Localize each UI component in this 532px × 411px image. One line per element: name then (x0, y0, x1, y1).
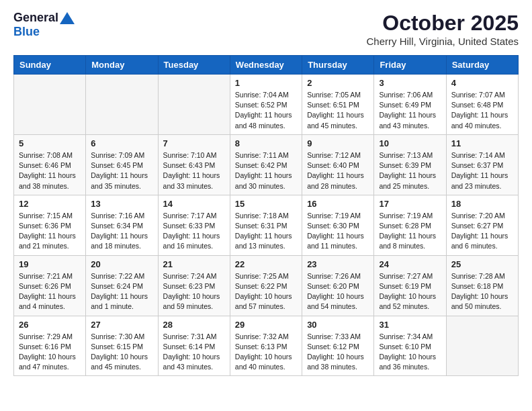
day-number: 4 (451, 78, 513, 88)
day-number: 26 (19, 320, 81, 330)
day-number: 22 (235, 259, 297, 269)
calendar-table: SundayMondayTuesdayWednesdayThursdayFrid… (13, 55, 519, 376)
day-header-saturday: Saturday (446, 56, 518, 75)
day-info: Sunrise: 7:30 AMSunset: 6:15 PMDaylight:… (91, 332, 152, 373)
month-title: October 2025 (367, 11, 519, 36)
day-number: 14 (163, 199, 225, 209)
logo-icon (60, 12, 75, 24)
calendar-cell: 8Sunrise: 7:11 AMSunset: 6:42 PMDaylight… (230, 134, 302, 195)
day-info: Sunrise: 7:28 AMSunset: 6:18 PMDaylight:… (451, 271, 513, 312)
calendar-cell: 23Sunrise: 7:26 AMSunset: 6:20 PMDayligh… (302, 255, 374, 316)
calendar-cell (14, 75, 86, 135)
calendar-cell: 31Sunrise: 7:34 AMSunset: 6:10 PMDayligh… (374, 316, 446, 376)
calendar-week-row: 26Sunrise: 7:29 AMSunset: 6:16 PMDayligh… (14, 316, 519, 376)
day-info: Sunrise: 7:29 AMSunset: 6:16 PMDaylight:… (19, 332, 81, 373)
day-number: 8 (235, 138, 297, 148)
calendar-week-row: 1Sunrise: 7:04 AMSunset: 6:52 PMDaylight… (14, 75, 519, 135)
day-info: Sunrise: 7:27 AMSunset: 6:19 PMDaylight:… (379, 271, 441, 312)
calendar-cell (446, 316, 518, 376)
calendar-cell: 17Sunrise: 7:19 AMSunset: 6:28 PMDayligh… (374, 195, 446, 255)
day-info: Sunrise: 7:12 AMSunset: 6:40 PMDaylight:… (307, 150, 369, 191)
day-number: 15 (235, 199, 297, 209)
day-info: Sunrise: 7:13 AMSunset: 6:39 PMDaylight:… (379, 150, 441, 191)
calendar-cell: 14Sunrise: 7:17 AMSunset: 6:33 PMDayligh… (158, 195, 230, 255)
day-number: 7 (163, 138, 225, 148)
day-header-friday: Friday (374, 56, 446, 75)
calendar-cell: 18Sunrise: 7:20 AMSunset: 6:27 PMDayligh… (446, 195, 518, 255)
day-info: Sunrise: 7:08 AMSunset: 6:46 PMDaylight:… (19, 150, 81, 191)
day-number: 17 (379, 199, 441, 209)
calendar-cell: 11Sunrise: 7:14 AMSunset: 6:37 PMDayligh… (446, 134, 518, 195)
day-number: 9 (307, 138, 369, 148)
day-number: 23 (307, 259, 369, 269)
day-info: Sunrise: 7:15 AMSunset: 6:36 PMDaylight:… (19, 211, 81, 252)
day-info: Sunrise: 7:25 AMSunset: 6:22 PMDaylight:… (235, 271, 297, 312)
calendar-cell: 27Sunrise: 7:30 AMSunset: 6:15 PMDayligh… (86, 316, 158, 376)
day-info: Sunrise: 7:05 AMSunset: 6:51 PMDaylight:… (307, 90, 369, 131)
day-number: 13 (91, 199, 152, 209)
calendar-cell: 26Sunrise: 7:29 AMSunset: 6:16 PMDayligh… (14, 316, 86, 376)
calendar-cell: 24Sunrise: 7:27 AMSunset: 6:19 PMDayligh… (374, 255, 446, 316)
day-info: Sunrise: 7:32 AMSunset: 6:13 PMDaylight:… (235, 332, 297, 373)
day-header-tuesday: Tuesday (158, 56, 230, 75)
title-block: October 2025 Cherry Hill, Virginia, Unit… (367, 11, 519, 47)
calendar-cell: 13Sunrise: 7:16 AMSunset: 6:34 PMDayligh… (86, 195, 158, 255)
calendar-cell (86, 75, 158, 135)
day-header-monday: Monday (86, 56, 158, 75)
day-number: 12 (19, 199, 81, 209)
calendar-cell: 29Sunrise: 7:32 AMSunset: 6:13 PMDayligh… (230, 316, 302, 376)
day-number: 3 (379, 78, 441, 88)
calendar-cell: 5Sunrise: 7:08 AMSunset: 6:46 PMDaylight… (14, 134, 86, 195)
day-info: Sunrise: 7:33 AMSunset: 6:12 PMDaylight:… (307, 332, 369, 373)
day-info: Sunrise: 7:19 AMSunset: 6:28 PMDaylight:… (379, 211, 441, 252)
day-number: 2 (307, 78, 369, 88)
day-info: Sunrise: 7:21 AMSunset: 6:26 PMDaylight:… (19, 271, 81, 312)
day-number: 25 (451, 259, 513, 269)
calendar-cell: 21Sunrise: 7:24 AMSunset: 6:23 PMDayligh… (158, 255, 230, 316)
day-number: 28 (163, 320, 225, 330)
day-info: Sunrise: 7:06 AMSunset: 6:49 PMDaylight:… (379, 90, 441, 131)
day-number: 18 (451, 199, 513, 209)
calendar-cell: 3Sunrise: 7:06 AMSunset: 6:49 PMDaylight… (374, 75, 446, 135)
calendar-cell: 9Sunrise: 7:12 AMSunset: 6:40 PMDaylight… (302, 134, 374, 195)
calendar-cell: 20Sunrise: 7:22 AMSunset: 6:24 PMDayligh… (86, 255, 158, 316)
day-info: Sunrise: 7:24 AMSunset: 6:23 PMDaylight:… (163, 271, 225, 312)
day-info: Sunrise: 7:07 AMSunset: 6:48 PMDaylight:… (451, 90, 513, 131)
calendar-cell: 2Sunrise: 7:05 AMSunset: 6:51 PMDaylight… (302, 75, 374, 135)
day-info: Sunrise: 7:17 AMSunset: 6:33 PMDaylight:… (163, 211, 225, 252)
calendar-cell: 4Sunrise: 7:07 AMSunset: 6:48 PMDaylight… (446, 75, 518, 135)
day-info: Sunrise: 7:31 AMSunset: 6:14 PMDaylight:… (163, 332, 225, 373)
day-info: Sunrise: 7:34 AMSunset: 6:10 PMDaylight:… (379, 332, 441, 373)
day-info: Sunrise: 7:22 AMSunset: 6:24 PMDaylight:… (91, 271, 152, 312)
day-number: 24 (379, 259, 441, 269)
calendar-week-row: 12Sunrise: 7:15 AMSunset: 6:36 PMDayligh… (14, 195, 519, 255)
day-number: 27 (91, 320, 152, 330)
logo-general-text: General (13, 11, 58, 25)
calendar-cell: 6Sunrise: 7:09 AMSunset: 6:45 PMDaylight… (86, 134, 158, 195)
day-info: Sunrise: 7:20 AMSunset: 6:27 PMDaylight:… (451, 211, 513, 252)
calendar-cell: 19Sunrise: 7:21 AMSunset: 6:26 PMDayligh… (14, 255, 86, 316)
day-number: 6 (91, 138, 152, 148)
day-info: Sunrise: 7:26 AMSunset: 6:20 PMDaylight:… (307, 271, 369, 312)
calendar-week-row: 5Sunrise: 7:08 AMSunset: 6:46 PMDaylight… (14, 134, 519, 195)
calendar-week-row: 19Sunrise: 7:21 AMSunset: 6:26 PMDayligh… (14, 255, 519, 316)
day-number: 1 (235, 78, 297, 88)
day-number: 21 (163, 259, 225, 269)
day-number: 19 (19, 259, 81, 269)
svg-marker-0 (60, 12, 75, 24)
calendar-cell: 30Sunrise: 7:33 AMSunset: 6:12 PMDayligh… (302, 316, 374, 376)
day-number: 16 (307, 199, 369, 209)
day-info: Sunrise: 7:11 AMSunset: 6:42 PMDaylight:… (235, 150, 297, 191)
calendar-cell: 12Sunrise: 7:15 AMSunset: 6:36 PMDayligh… (14, 195, 86, 255)
calendar-cell: 22Sunrise: 7:25 AMSunset: 6:22 PMDayligh… (230, 255, 302, 316)
header: General Blue October 2025 Cherry Hill, V… (13, 11, 519, 47)
calendar-cell: 7Sunrise: 7:10 AMSunset: 6:43 PMDaylight… (158, 134, 230, 195)
day-info: Sunrise: 7:10 AMSunset: 6:43 PMDaylight:… (163, 150, 225, 191)
day-info: Sunrise: 7:19 AMSunset: 6:30 PMDaylight:… (307, 211, 369, 252)
day-info: Sunrise: 7:14 AMSunset: 6:37 PMDaylight:… (451, 150, 513, 191)
day-info: Sunrise: 7:04 AMSunset: 6:52 PMDaylight:… (235, 90, 297, 131)
day-number: 30 (307, 320, 369, 330)
day-number: 10 (379, 138, 441, 148)
calendar-cell (158, 75, 230, 135)
calendar-cell: 15Sunrise: 7:18 AMSunset: 6:31 PMDayligh… (230, 195, 302, 255)
